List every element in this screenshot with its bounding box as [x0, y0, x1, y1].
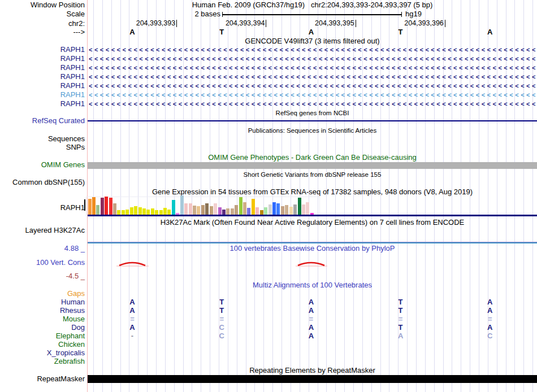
gtex-bar[interactable]: [142, 208, 146, 215]
transcript-intron-arrows[interactable]: <<<<<<<<<<<<<<<<<<<<<<<<<<<<<<<<<<<<<<<<…: [89, 64, 536, 72]
track-left-edge: [87, 0, 88, 392]
reference-base: A: [129, 28, 135, 36]
scale-ruler-left-tick: [222, 12, 223, 17]
species-label-zebrafish: Zebrafish: [54, 358, 85, 365]
gtex-bar[interactable]: [260, 210, 263, 215]
gtex-bar[interactable]: [101, 198, 104, 215]
gtex-bar[interactable]: [255, 207, 259, 215]
gtex-bar[interactable]: [201, 205, 205, 215]
gtex-bar[interactable]: [264, 207, 267, 215]
gtex-bar[interactable]: [298, 198, 301, 215]
gtex-bar[interactable]: [285, 205, 288, 215]
gtex-bar[interactable]: [247, 208, 250, 215]
gtex-bar[interactable]: [218, 207, 222, 215]
coordinate-label: 204,393,395: [315, 20, 356, 27]
gtex-gene-label: RAPH1: [60, 204, 85, 212]
repeatmasker-element-bar[interactable]: [88, 375, 537, 383]
gtex-bar[interactable]: [239, 197, 242, 215]
publications-track-title[interactable]: Publications: Sequences in Scientific Ar…: [88, 127, 537, 134]
coordinate-label: 204,393,396: [404, 20, 445, 27]
transcript-intron-arrows[interactable]: <<<<<<<<<<<<<<<<<<<<<<<<<<<<<<<<<<<<<<<<…: [89, 82, 536, 90]
gtex-bar[interactable]: [226, 208, 229, 215]
gtex-bar[interactable]: [151, 208, 154, 215]
gtex-bar[interactable]: [172, 200, 175, 215]
gtex-bar[interactable]: [235, 205, 238, 215]
gtex-bar[interactable]: [167, 210, 171, 215]
gtex-bar[interactable]: [125, 210, 129, 215]
gtex-bar[interactable]: [184, 203, 188, 215]
repeatmasker-track-title[interactable]: Repeating Elements by RepeatMasker: [88, 367, 537, 374]
gtex-bar[interactable]: [122, 210, 125, 215]
gtex-bar[interactable]: [252, 199, 255, 215]
gtex-bar[interactable]: [109, 198, 112, 215]
gtex-bar[interactable]: [159, 210, 163, 215]
gtex-bar[interactable]: [146, 210, 150, 215]
alignment-base: T: [399, 307, 403, 315]
gtex-bar[interactable]: [281, 206, 284, 215]
transcript-intron-arrows[interactable]: <<<<<<<<<<<<<<<<<<<<<<<<<<<<<<<<<<<<<<<<…: [89, 55, 536, 63]
phylop-track-title[interactable]: 100 vertebrates Basewise Conservation by…: [88, 245, 537, 252]
phylop-max-label: 4.88 _: [64, 245, 85, 252]
gtex-bar[interactable]: [306, 202, 309, 215]
refseq-track-title[interactable]: RefSeq genes from NCBI: [88, 109, 537, 117]
gtex-bar[interactable]: [176, 213, 179, 215]
gtex-bar[interactable]: [205, 203, 209, 215]
gtex-bar[interactable]: [88, 199, 92, 215]
scale-ruler-right-tick: [401, 12, 402, 17]
gtex-bar[interactable]: [189, 203, 192, 215]
gtex-bar[interactable]: [197, 206, 200, 215]
gencode-track-title[interactable]: GENCODE V49lift37 (3 items filtered out): [88, 37, 537, 45]
gtex-bar[interactable]: [163, 208, 167, 215]
gtex-bar[interactable]: [272, 202, 276, 215]
repeatmasker-label: RepeatMasker: [37, 375, 85, 383]
gtex-bar[interactable]: [214, 203, 217, 215]
h3k27ac-baseline[interactable]: [88, 242, 537, 243]
gtex-bar[interactable]: [113, 203, 116, 215]
gtex-bar[interactable]: [231, 208, 234, 215]
transcript-intron-arrows[interactable]: <<<<<<<<<<<<<<<<<<<<<<<<<<<<<<<<<<<<<<<<…: [89, 46, 536, 54]
gtex-bar[interactable]: [302, 204, 305, 215]
chromosome-label: chr2:: [68, 20, 85, 28]
gtex-bar[interactable]: [293, 204, 297, 215]
gtex-bar[interactable]: [105, 197, 108, 215]
refseq-curated-label: RefSeq Curated: [32, 117, 85, 125]
gtex-bar[interactable]: [117, 210, 120, 215]
common-dbsnp-label: Common dbSNP(155): [12, 178, 85, 186]
phylop-conservation-arcs[interactable]: [88, 257, 537, 271]
alignment-base: =: [219, 315, 224, 323]
refseq-curated-gene-line[interactable]: [88, 120, 537, 121]
gtex-bar[interactable]: [193, 206, 196, 215]
gtex-track-title[interactable]: Gene Expression in 54 tissues from GTEx …: [88, 188, 537, 196]
transcript-label: RAPH1: [60, 73, 85, 81]
gtex-bar[interactable]: [310, 213, 314, 215]
gtex-bar[interactable]: [155, 210, 158, 215]
gtex-bar[interactable]: [92, 197, 96, 215]
species-label-rhesus: Rhesus: [60, 307, 85, 315]
gtex-bar[interactable]: [138, 207, 142, 215]
transcript-intron-arrows[interactable]: <<<<<<<<<<<<<<<<<<<<<<<<<<<<<<<<<<<<<<<<…: [89, 91, 536, 99]
gtex-bar[interactable]: [276, 203, 280, 215]
transcript-intron-arrows[interactable]: <<<<<<<<<<<<<<<<<<<<<<<<<<<<<<<<<<<<<<<<…: [89, 100, 536, 108]
multiz-track-title[interactable]: Multiz Alignments of 100 Vertebrates: [88, 281, 537, 289]
omim-gene-bar[interactable]: [88, 162, 537, 169]
dbsnp-track-title[interactable]: Short Genetic Variants from dbSNP releas…: [88, 171, 537, 178]
gtex-label-tick: [84, 199, 85, 211]
omim-track-title[interactable]: OMIM Gene Phenotypes - Dark Green Can Be…: [88, 154, 537, 162]
alignment-base: =: [130, 315, 135, 323]
gtex-bar[interactable]: [289, 207, 293, 215]
gtex-bar[interactable]: [268, 204, 272, 215]
transcript-intron-arrows[interactable]: <<<<<<<<<<<<<<<<<<<<<<<<<<<<<<<<<<<<<<<<…: [89, 73, 536, 81]
gtex-bar[interactable]: [96, 205, 99, 215]
gtex-bar[interactable]: [180, 195, 184, 215]
gtex-bar[interactable]: [130, 207, 133, 215]
species-label-human: Human: [61, 298, 85, 306]
alignment-base: A: [487, 324, 492, 332]
gtex-bar[interactable]: [210, 206, 213, 215]
coordinate-label: 204,393,394: [226, 20, 267, 27]
h3k27ac-track-title[interactable]: H3K27Ac Mark (Often Found Near Active Re…: [88, 219, 537, 227]
gtex-bar[interactable]: [222, 210, 226, 215]
transcript-label: RAPH1: [60, 46, 85, 54]
gtex-bar[interactable]: [134, 206, 137, 215]
gtex-bar[interactable]: [243, 202, 246, 215]
omim-genes-label: OMIM Genes: [41, 161, 85, 169]
